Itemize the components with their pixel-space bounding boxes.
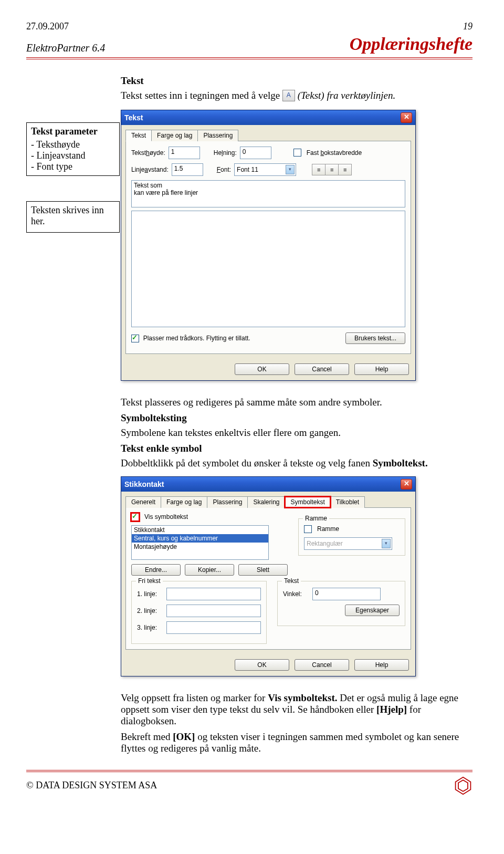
page-title: Opplæringshefte <box>350 34 472 54</box>
page-number: 19 <box>463 21 472 32</box>
end-p2a: Bekreft med <box>121 731 170 742</box>
text-tool-icon: A <box>282 90 295 101</box>
label-ramme: Ramme <box>317 525 339 533</box>
end-p1b: Vis symboltekst. <box>268 692 337 703</box>
para-dobbeltklikk-a: Dobbeltklikk på det symbolet du ønsker å… <box>121 457 370 468</box>
button-ok[interactable]: OK <box>235 363 289 375</box>
tab-plassering-2[interactable]: Plassering <box>207 496 248 508</box>
svg-marker-1 <box>458 780 468 791</box>
button-cancel-2[interactable]: Cancel <box>295 659 349 671</box>
align-center-icon[interactable]: ≡ <box>326 164 339 175</box>
list-item[interactable]: Montasjehøyde <box>132 543 268 551</box>
legend-tekst: Tekst <box>282 577 301 585</box>
listbox-oppsett[interactable]: Stikkontakt Sentral, kurs og kabelnummer… <box>131 525 269 560</box>
input-teksthoyde[interactable]: 1 <box>169 147 200 159</box>
sidebox-parameters: Tekst parameter Teksthøyde Linjeavstand … <box>26 122 120 176</box>
dropdown-ramme-shape: Rektangulær ▾ <box>304 537 392 550</box>
heading-symbolteksting: Symbolteksting <box>121 412 472 424</box>
intro-paragraph: Tekst settes inn i tegningen med å velge… <box>121 90 472 102</box>
group-ramme: Ramme Ramme Rektangulær ▾ <box>298 518 405 556</box>
para-dobbeltklikk-b: Symboltekst. <box>373 457 428 468</box>
list-item[interactable]: Sentral, kurs og kabelnummer <box>132 534 268 543</box>
intro-line-b: (Tekst) fra verktøylinjen. <box>298 90 396 101</box>
close-icon[interactable]: ✕ <box>401 479 412 490</box>
label-linje-2: 2. linje: <box>137 607 163 615</box>
end-p1d: [Hjelp] <box>376 704 407 715</box>
textarea-sample[interactable]: Tekst som kan være på flere linjer <box>131 180 405 207</box>
chevron-down-icon: ▾ <box>286 165 295 174</box>
dropdown-font[interactable]: Font 11 ▾ <box>234 163 296 176</box>
button-egenskaper[interactable]: Egenskaper <box>345 605 400 616</box>
align-left-icon[interactable]: ≡ <box>312 164 326 175</box>
tab-farge-og-lag-2[interactable]: Farge og lag <box>161 496 207 508</box>
label-vis-symboltekst: Vis symboltekst <box>144 513 188 520</box>
input-linje-1[interactable] <box>166 588 261 600</box>
sidebox2-text: Teksten skrives inn her. <box>31 205 115 227</box>
tab-tekst[interactable]: Tekst <box>125 130 152 141</box>
list-item[interactable]: Stikkontakt <box>132 526 268 534</box>
textarea-main[interactable] <box>131 211 405 327</box>
product-name: ElektroPartner 6.4 <box>26 42 105 54</box>
sidebox1-item-linespace: Linjeavstand <box>31 150 115 161</box>
checkbox-vis-symboltekst[interactable] <box>131 513 139 521</box>
tab-farge-og-lag[interactable]: Farge og lag <box>151 130 198 141</box>
tab-symboltekst[interactable]: Symboltekst <box>285 496 330 508</box>
close-icon[interactable]: ✕ <box>401 112 412 123</box>
button-kopier[interactable]: Kopier... <box>185 564 234 576</box>
button-ok-2[interactable]: OK <box>235 659 289 671</box>
checkbox-plasser-tradkors[interactable] <box>131 335 139 342</box>
label-helning: Helning: <box>214 149 237 157</box>
checkbox-ramme[interactable] <box>304 525 312 533</box>
para-velg-oppsett: Velg oppsett fra listen og marker for Vi… <box>121 692 472 727</box>
tab-plassering[interactable]: Plassering <box>197 130 238 141</box>
button-cancel[interactable]: Cancel <box>295 363 349 375</box>
end-p2c: og teksten viser i tegningen sammen med … <box>121 731 459 754</box>
button-help[interactable]: Help <box>354 363 409 375</box>
label-plasser-tradkors: Plasser med trådkors. Flytting er tillat… <box>143 335 250 342</box>
button-slett[interactable]: Slett <box>238 564 288 576</box>
legend-ramme: Ramme <box>303 515 329 522</box>
intro-line-a: Tekst settes inn i tegningen med å velge <box>121 90 280 101</box>
end-p1a: Velg oppsett fra listen og marker for <box>121 692 265 703</box>
input-helning[interactable]: 0 <box>240 147 271 159</box>
dialog1-title: Tekst <box>124 113 143 122</box>
label-font: Font: <box>217 166 231 173</box>
chevron-down-icon: ▾ <box>382 539 391 548</box>
dialog2-title: Stikkontakt <box>124 480 164 488</box>
label-fast-bokstavbredde: Fast bokstavbredde <box>307 149 362 157</box>
dropdown-font-value: Font 11 <box>237 166 258 173</box>
button-brukers-tekst[interactable]: Brukers tekst... <box>345 332 405 344</box>
input-linjeavstand[interactable]: 1.5 <box>172 163 203 176</box>
sidebox1-item-height: Teksthøyde <box>31 139 115 150</box>
button-help-2[interactable]: Help <box>354 659 409 671</box>
tab-tilkoblet[interactable]: Tilkoblet <box>330 496 365 508</box>
checkbox-fast-bokstavbredde[interactable] <box>293 149 301 157</box>
company-logo-icon <box>454 776 472 795</box>
section-heading-tekst: Tekst <box>121 75 472 87</box>
input-linje-2[interactable] <box>166 605 261 617</box>
group-fri-tekst: Fri tekst 1. linje: 2. linje: 3. linje: <box>131 581 267 644</box>
sidebox1-title: Tekst parameter <box>31 126 98 137</box>
tab-skalering[interactable]: Skalering <box>247 496 285 508</box>
legend-fri-tekst: Fri tekst <box>136 577 163 585</box>
input-linje-3[interactable] <box>166 621 261 634</box>
sidebox-write-here: Teksten skrives inn her. <box>26 201 120 233</box>
group-tekst: Tekst Vinkel: 0 Egenskaper <box>277 581 405 626</box>
end-p2b: [OK] <box>173 731 195 742</box>
dialog-stikkontakt: Stikkontakt ✕ Generelt Farge og lag Plas… <box>121 476 416 676</box>
sidebox1-item-font: Font type <box>31 161 115 172</box>
button-endre[interactable]: Endre... <box>131 564 181 576</box>
dropdown-ramme-value: Rektangulær <box>307 540 343 547</box>
align-toggle[interactable]: ≡ ≡ ≡ <box>312 164 352 175</box>
align-right-icon[interactable]: ≡ <box>339 164 351 175</box>
footer-copyright: © DATA DESIGN SYSTEM ASA <box>26 780 157 791</box>
para-dobbeltklikk: Dobbeltklikk på det symbolet du ønsker å… <box>121 457 472 469</box>
dialog-tekst: Tekst ✕ Tekst Farge og lag Plassering Te… <box>121 110 416 381</box>
page-date: 27.09.2007 <box>26 21 69 32</box>
label-linje-1: 1. linje: <box>137 590 163 598</box>
label-teksthoyde: Teksthøyde: <box>131 149 165 157</box>
label-linjeavstand: Linjeavstand: <box>131 166 169 173</box>
input-vinkel[interactable]: 0 <box>312 588 381 600</box>
tab-generelt[interactable]: Generelt <box>125 496 161 508</box>
para-bekreft: Bekreft med [OK] og teksten viser i tegn… <box>121 731 472 754</box>
